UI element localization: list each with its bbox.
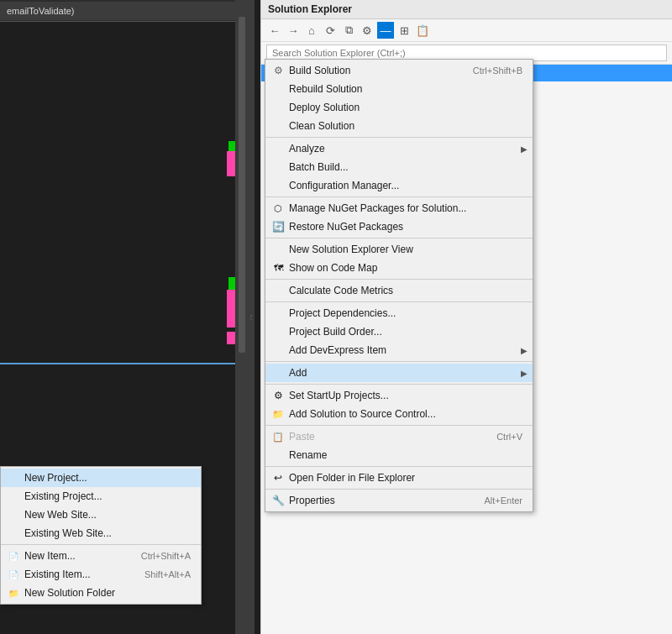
rename-label: Rename bbox=[289, 449, 327, 461]
separator-8 bbox=[265, 425, 533, 426]
properties-icon: 🔧 bbox=[270, 493, 286, 508]
menu-item-open-folder[interactable]: ↩ Open Folder in File Explorer bbox=[265, 469, 533, 487]
open-folder-label: Open Folder in File Explorer bbox=[289, 472, 415, 484]
menu-item-show-code-map[interactable]: 🗺 Show on Code Map bbox=[265, 259, 533, 277]
project-build-order-label: Project Build Order... bbox=[289, 326, 382, 338]
properties-shortcut: Alt+Enter bbox=[467, 495, 522, 506]
menu-item-restore-nuget[interactable]: 🔄 Restore NuGet Packages bbox=[265, 217, 533, 236]
add-devexpress-label: Add DevExpress Item bbox=[289, 344, 386, 356]
submenu-item-new-item[interactable]: 📄 New Item... Ctrl+Shift+A bbox=[1, 547, 201, 565]
solution-explorer-title: Solution Explorer bbox=[268, 3, 352, 15]
back-button[interactable]: ← bbox=[266, 22, 283, 39]
editor-scrollbar[interactable] bbox=[235, 0, 248, 634]
submenu-item-existing-website[interactable]: Existing Web Site... bbox=[1, 524, 201, 542]
menu-item-paste[interactable]: 📋 Paste Ctrl+V bbox=[265, 427, 533, 446]
copy-button[interactable]: 📋 bbox=[414, 22, 431, 39]
submenu-item-existing-project[interactable]: Existing Project... bbox=[1, 487, 201, 506]
new-project-label: New Project... bbox=[24, 472, 87, 484]
menu-item-batch-build[interactable]: Batch Build... bbox=[265, 158, 533, 176]
properties-label: Properties bbox=[289, 495, 335, 506]
analyze-arrow: ▶ bbox=[521, 144, 528, 154]
blue-line bbox=[0, 363, 235, 364]
open-folder-icon: ↩ bbox=[270, 470, 286, 485]
separator-10 bbox=[265, 489, 533, 490]
context-menu: ⚙ Build Solution Ctrl+Shift+B Rebuild So… bbox=[265, 59, 533, 512]
separator-1 bbox=[265, 137, 533, 138]
restore-icon: 🔄 bbox=[270, 219, 286, 234]
separator-2 bbox=[265, 196, 533, 197]
build-icon: ⚙ bbox=[270, 63, 286, 78]
submenu-item-new-solution-folder[interactable]: 📁 New Solution Folder bbox=[1, 584, 201, 602]
calculate-metrics-label: Calculate Code Metrics bbox=[289, 285, 393, 296]
menu-item-project-dependencies[interactable]: Project Dependencies... bbox=[265, 304, 533, 322]
clone-button[interactable]: ⧉ bbox=[340, 22, 357, 39]
solution-folder-icon: 📁 bbox=[6, 585, 21, 600]
new-item-icon: 📄 bbox=[6, 548, 21, 563]
new-item-label: New Item... bbox=[24, 550, 76, 562]
menu-item-properties[interactable]: 🔧 Properties Alt+Enter bbox=[265, 491, 533, 510]
separator-7 bbox=[265, 384, 533, 385]
new-website-label: New Web Site... bbox=[24, 509, 97, 521]
add-source-control-label: Add Solution to Source Control... bbox=[289, 408, 436, 420]
deploy-solution-label: Deploy Solution bbox=[289, 102, 360, 113]
menu-item-build-solution[interactable]: ⚙ Build Solution Ctrl+Shift+B bbox=[265, 61, 533, 80]
scrollbar-thumb bbox=[239, 17, 245, 353]
menu-item-manage-nuget[interactable]: ⬡ Manage NuGet Packages for Solution... bbox=[265, 199, 533, 217]
new-solution-explorer-label: New Solution Explorer View bbox=[289, 244, 413, 255]
manage-nuget-label: Manage NuGet Packages for Solution... bbox=[289, 202, 466, 214]
nuget-icon: ⬡ bbox=[270, 201, 286, 216]
existing-website-label: Existing Web Site... bbox=[24, 527, 112, 539]
add-arrow: ▶ bbox=[521, 369, 528, 378]
show-all-button[interactable]: ⊞ bbox=[396, 22, 412, 39]
project-dependencies-label: Project Dependencies... bbox=[289, 307, 396, 319]
menu-item-calculate-metrics[interactable]: Calculate Code Metrics bbox=[265, 281, 533, 300]
submenu-separator bbox=[1, 544, 201, 545]
menu-item-add-source-control[interactable]: 📁 Add Solution to Source Control... bbox=[265, 405, 533, 423]
separator-5 bbox=[265, 301, 533, 302]
se-toolbar: ← → ⌂ ⟳ ⧉ ⚙ — ⊞ 📋 bbox=[261, 19, 672, 42]
submenu-item-existing-item[interactable]: 📄 Existing Item... Shift+Alt+A bbox=[1, 565, 201, 584]
home-button[interactable]: ⌂ bbox=[303, 22, 320, 39]
menu-item-set-startup[interactable]: ⚙ Set StartUp Projects... bbox=[265, 386, 533, 405]
refresh-button[interactable]: ⟳ bbox=[322, 22, 339, 39]
menu-item-deploy-solution[interactable]: Deploy Solution bbox=[265, 98, 533, 117]
menu-item-project-build-order[interactable]: Project Build Order... bbox=[265, 322, 533, 341]
existing-item-label: Existing Item... bbox=[24, 569, 91, 580]
submenu-item-new-project[interactable]: New Project... bbox=[1, 469, 201, 487]
submenu-item-new-website[interactable]: New Web Site... bbox=[1, 506, 201, 524]
batch-build-label: Batch Build... bbox=[289, 161, 349, 173]
menu-item-clean-solution[interactable]: Clean Solution bbox=[265, 117, 533, 135]
separator-4 bbox=[265, 279, 533, 280]
existing-project-label: Existing Project... bbox=[24, 490, 102, 502]
menu-item-new-solution-explorer[interactable]: New Solution Explorer View bbox=[265, 240, 533, 259]
source-control-icon: 📁 bbox=[270, 406, 286, 422]
resize-handle[interactable]: ⋮ bbox=[248, 0, 255, 634]
menu-item-rename[interactable]: Rename bbox=[265, 446, 533, 464]
forward-button[interactable]: → bbox=[285, 22, 302, 39]
configuration-manager-label: Configuration Manager... bbox=[289, 180, 399, 191]
menu-item-analyze[interactable]: Analyze ▶ bbox=[265, 139, 533, 158]
settings-button[interactable]: ⚙ bbox=[359, 22, 375, 39]
paste-icon: 📋 bbox=[270, 429, 286, 444]
solution-explorer-titlebar: Solution Explorer bbox=[261, 0, 672, 19]
resize-dots: ⋮ bbox=[248, 313, 255, 321]
new-solution-folder-label: New Solution Folder bbox=[24, 587, 115, 599]
menu-item-rebuild-solution[interactable]: Rebuild Solution bbox=[265, 80, 533, 98]
separator-6 bbox=[265, 361, 533, 362]
menu-item-configuration-manager[interactable]: Configuration Manager... bbox=[265, 176, 533, 195]
pink-marker-1 bbox=[227, 151, 235, 176]
build-solution-shortcut: Ctrl+Shift+B bbox=[456, 65, 522, 76]
add-submenu: New Project... Existing Project... New W… bbox=[0, 466, 202, 605]
pink-marker-3 bbox=[227, 332, 235, 344]
startup-icon: ⚙ bbox=[270, 388, 286, 403]
rebuild-solution-label: Rebuild Solution bbox=[289, 83, 362, 95]
menu-item-add-devexpress[interactable]: Add DevExpress Item ▶ bbox=[265, 341, 533, 359]
existing-item-icon: 📄 bbox=[6, 567, 21, 582]
set-startup-label: Set StartUp Projects... bbox=[289, 390, 389, 401]
code-map-icon: 🗺 bbox=[270, 260, 286, 275]
collapse-button[interactable]: — bbox=[377, 22, 394, 39]
build-solution-label: Build Solution bbox=[289, 65, 350, 76]
menu-item-add[interactable]: Add ▶ bbox=[265, 364, 533, 382]
method-dropdown[interactable]: emailToValidate) bbox=[0, 2, 248, 20]
show-code-map-label: Show on Code Map bbox=[289, 262, 377, 274]
